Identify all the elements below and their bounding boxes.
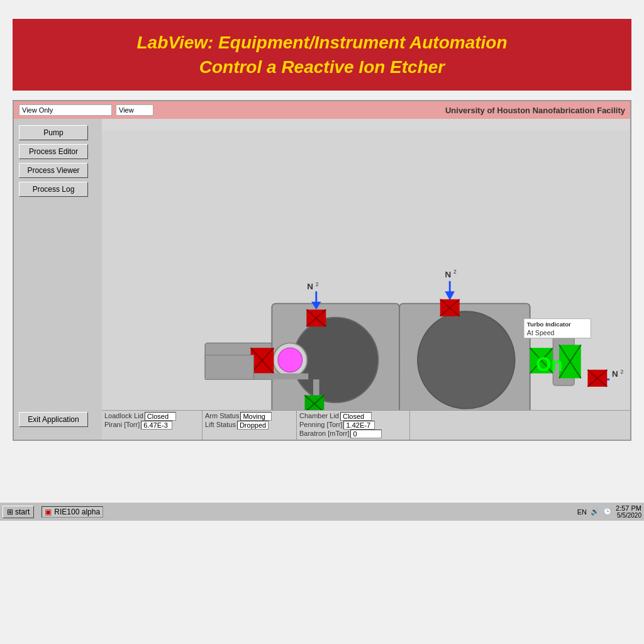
app-icon: ▣ [45,508,52,516]
chamber-penning-value: 1.42E-7 [343,421,375,430]
loadlock-lid-value: Closed [145,412,176,421]
status-bar: Loadlock Lid Closed Pirani [Torr] 6.47E-… [102,410,630,440]
clock-display: 2:57 PM 5/5/2020 [616,504,641,519]
diagram-area: On N 2 [102,119,630,440]
clock-icon: 🕒 [603,508,612,516]
process-log-button[interactable]: Process Log [19,182,88,197]
svg-point-6 [278,348,303,372]
exit-application-button[interactable]: Exit Application [19,412,88,427]
arm-status-label: Arm Status [205,412,239,421]
process-editor-button[interactable]: Process Editor [19,144,88,159]
process-viewer-button[interactable]: Process Viewer [19,163,88,178]
app-label: RIE100 alpha [54,508,100,516]
chamber-baratron-label: Baratron [mTorr] [299,430,349,438]
header-line1: LabView: Equipment/Instrument Automation [136,33,507,52]
date-display: 5/5/2020 [616,512,641,519]
pump-button[interactable]: Pump [19,125,88,140]
diagram-svg: On N 2 [102,119,630,440]
svg-text:2: 2 [453,269,457,275]
facility-label: University of Houston Nanofabrication Fa… [445,106,625,115]
loadlock-pirani-value: 6.47E-3 [141,421,172,430]
svg-text:Turbo Indicator: Turbo Indicator [527,321,571,328]
title-bar: University of Houston Nanofabrication Fa… [14,101,630,119]
arm-status: Arm Status Moving Lift Status Dropped [203,411,297,440]
loadlock-lid-label: Loadlock Lid [104,412,143,421]
svg-point-23 [418,312,514,409]
network-icon: 🔊 [591,508,599,516]
taskbar-app-item[interactable]: ▣ RIE100 alpha [42,506,103,518]
lift-status-value: Dropped [237,421,269,430]
svg-text:2: 2 [316,281,319,287]
main-window: University of Houston Nanofabrication Fa… [13,100,631,441]
taskbar-left: ⊞ start ▣ RIE100 alpha [3,506,103,518]
content-area: Pump Process Editor Process Viewer Proce… [14,119,630,440]
svg-text:On: On [536,353,563,375]
view-input[interactable] [116,104,153,116]
language-indicator: EN [577,508,587,516]
chamber-lid-value: Closed [340,412,372,421]
taskbar: ⊞ start ▣ RIE100 alpha EN 🔊 🕒 2:57 PM 5/… [0,502,644,521]
view-only-input[interactable] [19,104,112,116]
title-bar-left [19,104,153,116]
windows-icon: ⊞ [7,508,13,516]
chamber-lid-label: Chamber Lid [299,412,339,421]
header-banner: LabView: Equipment/Instrument Automation… [13,19,631,91]
chamber-status: Chamber Lid Closed Penning [Torr] 1.42E-… [297,411,410,440]
svg-text:2: 2 [621,369,624,375]
start-button[interactable]: ⊞ start [3,506,34,518]
start-label: start [15,508,30,516]
header-line2: Control a Reactive Ion Etcher [199,57,445,77]
taskbar-right: EN 🔊 🕒 2:57 PM 5/5/2020 [577,504,641,519]
svg-rect-67 [205,355,253,380]
chamber-penning-label: Penning [Torr] [299,421,342,430]
lift-status-label: Lift Status [205,421,236,430]
loadlock-pirani-label: Pirani [Torr] [104,421,140,430]
time-display: 2:57 PM [616,504,641,512]
svg-text:At Speed: At Speed [527,329,555,336]
svg-text:N: N [307,282,313,292]
svg-text:N: N [612,370,618,379]
svg-text:N: N [445,270,452,279]
sidebar: Pump Process Editor Process Viewer Proce… [14,119,102,440]
chamber-baratron-value: 0 [350,430,382,438]
loadlock-status: Loadlock Lid Closed Pirani [Torr] 6.47E-… [102,411,203,440]
arm-status-value: Moving [240,412,272,421]
